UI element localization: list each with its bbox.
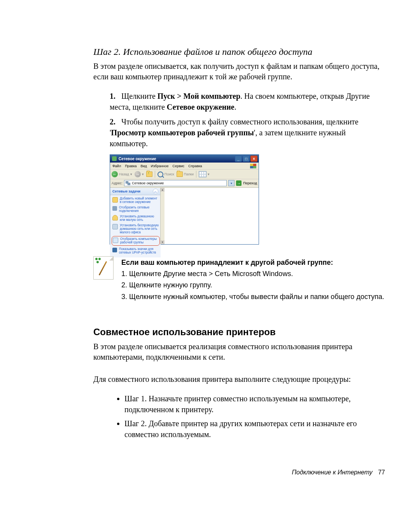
home-icon	[112, 215, 118, 220]
menu-tools[interactable]: Сервис	[172, 164, 184, 168]
footer-text: Подключение к Интернету	[292, 469, 372, 476]
menu-help[interactable]: Справка	[188, 164, 202, 168]
instruction-list: 1. Щелкните Пуск > Мой компьютер. На сво…	[93, 91, 385, 149]
window-icon	[112, 156, 117, 161]
close-button[interactable]: ×	[250, 156, 257, 162]
document-page: Шаг 2. Использование файлов и папок обще…	[0, 0, 420, 509]
go-label: Переход	[243, 181, 257, 185]
bullet-list: Шаг 1. Назначьте принтер совместно испол…	[93, 393, 385, 440]
section-paragraph: В этом разделе описывается реализация со…	[93, 341, 385, 362]
network-icon	[126, 181, 130, 185]
collapse-icon[interactable]: ︽	[153, 189, 158, 194]
task-show-connections[interactable]: Отобразить сетевые подключения	[112, 206, 159, 213]
back-button[interactable]: ←Назад ▾	[112, 171, 132, 177]
xp-menubar: Файл Правка Вид Избранное Сервис Справка	[110, 163, 259, 170]
scrollbar[interactable]: ▴ ▾	[160, 188, 164, 244]
xp-body: Сетевые задачи ︽ Добавить новый элемент …	[110, 188, 259, 244]
note-item: 2. Щелкните нужную группу.	[121, 280, 384, 290]
toolbar-separator	[155, 171, 155, 178]
list-item: 1. Щелкните Пуск > Мой компьютер. На сво…	[110, 91, 385, 112]
xp-titlebar: Сетевое окружение _ □ ×	[110, 155, 259, 163]
address-field[interactable]: Сетевое окружение	[124, 180, 227, 186]
views-button[interactable]: ▾	[199, 171, 210, 177]
note-item: 1. Щелкните Другие места > Сеть Microsof…	[121, 269, 384, 279]
folder-icon	[112, 197, 118, 203]
xp-toolbar: ←Назад ▾ → ▾ Поиск Папки ▾	[110, 170, 259, 179]
section-paragraph: Для совместного использования принтера в…	[93, 374, 385, 385]
task-setup-wireless[interactable]: Установить беспроводную домашнюю сеть ил…	[112, 224, 159, 234]
menu-file[interactable]: Файл	[112, 164, 121, 168]
minimize-button[interactable]: _	[235, 156, 242, 162]
search-button[interactable]: Поиск	[158, 171, 174, 177]
bullet-item: Шаг 1. Назначьте принтер совместно испол…	[124, 393, 385, 415]
item-number: 2.	[110, 117, 116, 126]
menu-edit[interactable]: Правка	[125, 164, 136, 168]
address-bar: Адрес: Сетевое окружение ▾ → Переход	[110, 179, 259, 188]
task-setup-home-network[interactable]: Установить домашнюю или малую сеть	[112, 215, 159, 222]
intro-paragraph: В этом разделе описывается, как получить…	[93, 61, 385, 82]
note-block: Если ваш компьютер принадлежит к другой …	[93, 256, 385, 303]
page-number: 77	[378, 469, 385, 476]
note-heading: Если ваш компьютер принадлежит к другой …	[121, 259, 333, 266]
task-upnp-icons[interactable]: Показывать значки для сетевых UPnP-устро…	[112, 247, 159, 255]
up-button[interactable]	[146, 171, 152, 177]
window-title: Сетевое окружение	[119, 157, 235, 161]
content-area	[165, 188, 259, 244]
list-item: 2. Чтобы получить доступ к файлу совмест…	[110, 116, 385, 149]
pen-icon	[99, 261, 107, 276]
task-add-network-place[interactable]: Добавить новый элемент в сетевое окружен…	[112, 197, 159, 204]
note-icon	[93, 256, 114, 280]
menu-view[interactable]: Вид	[141, 164, 147, 168]
bullet-item: Шаг 2. Добавьте принтер на других компью…	[124, 418, 385, 440]
menu-favorites[interactable]: Избранное	[151, 164, 169, 168]
toolbar-separator	[196, 171, 196, 178]
xp-window: Сетевое окружение _ □ × Файл Правка Вид …	[110, 154, 259, 245]
network-icon	[112, 206, 117, 211]
address-label: Адрес:	[112, 181, 122, 185]
folders-button[interactable]: Папки	[177, 171, 194, 177]
tasks-panel: Сетевые задачи ︽ Добавить новый элемент …	[110, 188, 161, 244]
page-footer: Подключение к Интернету 77	[292, 469, 385, 476]
item-number: 1.	[110, 92, 116, 100]
address-dropdown[interactable]: ▾	[228, 180, 234, 186]
windows-flag-icon	[250, 164, 256, 168]
shamrock-icon	[95, 258, 101, 263]
wireless-icon	[112, 224, 118, 229]
task-view-workgroup[interactable]: Отобразить компьютеры рабочей группы	[112, 236, 160, 246]
upnp-icon	[112, 248, 117, 252]
panel-header[interactable]: Сетевые задачи ︽	[110, 188, 161, 195]
note-item: 3. Щелкните нужный компьютер, чтобы выве…	[121, 292, 384, 302]
scroll-down-icon[interactable]: ▾	[161, 240, 164, 244]
go-button[interactable]: →	[236, 180, 242, 186]
forward-button[interactable]: → ▾	[135, 171, 144, 177]
scroll-up-icon[interactable]: ▴	[161, 188, 164, 192]
section-printers-title: Совместное использование принтеров	[93, 327, 385, 338]
step-title: Шаг 2. Использование файлов и папок обще…	[93, 47, 385, 57]
computers-icon	[113, 238, 118, 243]
maximize-button[interactable]: □	[243, 156, 250, 162]
